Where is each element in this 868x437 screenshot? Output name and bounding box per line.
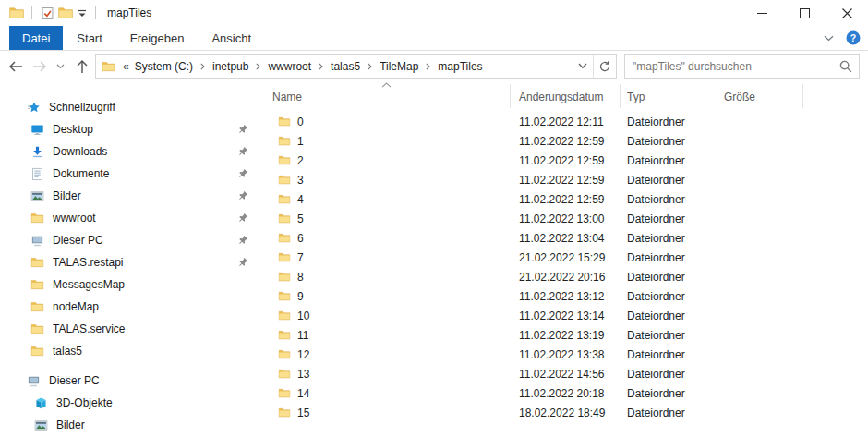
table-row[interactable]: 5 11.02.2022 13:00 Dateiordner (259, 209, 868, 228)
file-name: 15 (297, 407, 309, 419)
breadcrumb-segment[interactable]: inetpub (211, 60, 250, 73)
table-row[interactable]: 1 11.02.2022 12:59 Dateiordner (259, 131, 868, 151)
tab-start[interactable]: Start (63, 26, 115, 50)
recent-locations-chevron-icon[interactable] (52, 55, 68, 79)
table-row[interactable]: 7 21.02.2022 15:29 Dateiordner (259, 248, 868, 267)
table-row[interactable]: 9 11.02.2022 13:12 Dateiordner (259, 286, 868, 306)
pin-icon (238, 124, 248, 134)
breadcrumb-chevron-icon[interactable] (420, 63, 436, 70)
breadcrumb-chevron-icon[interactable] (362, 63, 378, 70)
table-row[interactable]: 15 18.02.2022 18:49 Dateiordner (259, 403, 868, 422)
column-header-date[interactable]: Änderungsdatum (519, 81, 603, 112)
breadcrumb-overflow[interactable]: « (121, 60, 133, 73)
folder-icon (278, 407, 291, 419)
up-button[interactable] (70, 55, 94, 79)
file-date: 11.02.2022 12:59 (519, 170, 605, 189)
close-button[interactable] (826, 0, 868, 26)
sidebar-item-talas-service[interactable]: TALAS.service (0, 318, 259, 340)
column-divider[interactable] (717, 84, 717, 108)
navigation-pane: Schnellzugriff Desktop Downloads Dokumen… (0, 81, 259, 437)
ribbon-expand-chevron-icon[interactable] (824, 35, 834, 42)
sidebar-item-dieser-pc[interactable]: Dieser PC (0, 370, 259, 392)
titlebar-separator (95, 6, 96, 19)
new-folder-icon[interactable] (56, 3, 75, 23)
breadcrumb-segment[interactable]: TileMap (378, 60, 420, 73)
sidebar-item-bilder-pc[interactable]: Bilder (0, 414, 259, 436)
sidebar-item-talas-restapi[interactable]: TALAS.restapi (0, 251, 259, 273)
table-row[interactable]: 8 21.02.2022 20:16 Dateiordner (259, 267, 868, 286)
table-row[interactable]: 13 11.02.2022 14:56 Dateiordner (259, 364, 868, 383)
sidebar-item-bilder[interactable]: Bilder (0, 185, 259, 207)
refresh-icon[interactable] (593, 55, 616, 78)
table-row[interactable]: 2 11.02.2022 12:59 Dateiordner (259, 151, 868, 170)
file-type: Dateiordner (627, 151, 685, 170)
search-input[interactable] (625, 60, 833, 73)
file-name: 0 (297, 115, 304, 128)
folder-icon (278, 271, 291, 283)
sidebar-item-nodemap[interactable]: nodeMap (0, 296, 259, 318)
file-type: Dateiordner (627, 325, 685, 345)
forward-button[interactable] (28, 55, 52, 79)
tab-freigeben[interactable]: Freigeben (116, 26, 199, 50)
file-name: 11 (297, 329, 308, 342)
column-divider[interactable] (620, 84, 621, 108)
column-header-type[interactable]: Typ (627, 81, 645, 112)
back-button[interactable] (4, 55, 28, 79)
breadcrumb-chevron-icon[interactable] (195, 63, 211, 70)
tab-datei[interactable]: Datei (9, 26, 63, 50)
file-type: Dateiordner (627, 131, 685, 151)
file-type: Dateiordner (627, 170, 685, 189)
file-date: 11.02.2022 12:59 (519, 131, 605, 151)
column-divider[interactable] (802, 84, 803, 108)
sidebar-item-schnellzugriff[interactable]: Schnellzugriff (0, 96, 259, 118)
sidebar-item-desktop[interactable]: Desktop (0, 118, 259, 140)
folder-icon (278, 154, 291, 166)
sidebar-item-talas5[interactable]: talas5 (0, 340, 259, 362)
maximize-button[interactable] (783, 0, 826, 26)
table-row[interactable]: 4 11.02.2022 12:59 Dateiordner (259, 189, 868, 209)
column-header-size[interactable]: Größe (724, 81, 755, 112)
pictures-icon (33, 418, 48, 432)
table-row[interactable]: 0 11.02.2022 12:11 Dateiordner (259, 112, 868, 131)
folder-icon (278, 348, 291, 360)
address-bar[interactable]: « System (C:) inetpub wwwroot talas5 Til… (95, 54, 617, 79)
sidebar-item-dieser-pc-pinned[interactable]: Dieser PC (0, 229, 259, 251)
sidebar-item-wwwroot[interactable]: wwwroot (0, 207, 259, 229)
computer-icon (26, 373, 41, 388)
table-row[interactable]: 10 11.02.2022 13:14 Dateiordner (259, 306, 868, 325)
column-header-name[interactable]: Name (272, 81, 302, 112)
pin-icon (238, 168, 248, 178)
table-row[interactable]: 14 11.02.2022 20:18 Dateiordner (259, 383, 868, 403)
table-row[interactable]: 11 11.02.2022 13:19 Dateiordner (259, 325, 868, 345)
computer-icon (30, 233, 44, 248)
breadcrumb-chevron-icon[interactable] (250, 63, 266, 70)
folder-icon (30, 211, 44, 225)
minimize-button[interactable] (741, 0, 783, 26)
breadcrumb-segment[interactable]: System (C:) (133, 60, 195, 73)
column-divider[interactable] (510, 84, 511, 108)
folder-icon (278, 329, 291, 341)
sidebar-item-downloads[interactable]: Downloads (0, 140, 259, 163)
explorer-window-icon (7, 3, 26, 23)
table-row[interactable]: 6 11.02.2022 13:04 Dateiordner (259, 228, 868, 248)
tab-ansicht[interactable]: Ansicht (198, 26, 265, 50)
address-dropdown-chevron-icon[interactable] (573, 55, 593, 78)
table-row[interactable]: 12 11.02.2022 13:38 Dateiordner (259, 345, 868, 364)
file-date: 11.02.2022 13:38 (519, 345, 605, 364)
breadcrumb-segment[interactable]: wwwroot (266, 60, 313, 73)
properties-check-icon[interactable] (38, 3, 56, 23)
titlebar-separator (31, 6, 32, 19)
breadcrumb-segment[interactable]: talas5 (329, 60, 362, 73)
breadcrumb-chevron-icon[interactable] (313, 63, 329, 70)
breadcrumb-segment[interactable]: mapTiles (436, 60, 484, 73)
sidebar-item-3d-objekte[interactable]: 3D-Objekte (0, 392, 259, 414)
file-name: 2 (297, 154, 304, 167)
help-icon[interactable]: ? (846, 30, 861, 45)
folder-icon (278, 212, 291, 225)
sidebar-item-dokumente[interactable]: Dokumente (0, 163, 259, 185)
sidebar-item-messagesmap[interactable]: MessagesMap (0, 273, 259, 296)
table-row[interactable]: 3 11.02.2022 12:59 Dateiordner (259, 170, 868, 189)
qat-dropdown-icon[interactable] (75, 3, 90, 23)
magnifier-icon[interactable] (833, 60, 859, 73)
file-date: 21.02.2022 20:16 (519, 267, 605, 286)
